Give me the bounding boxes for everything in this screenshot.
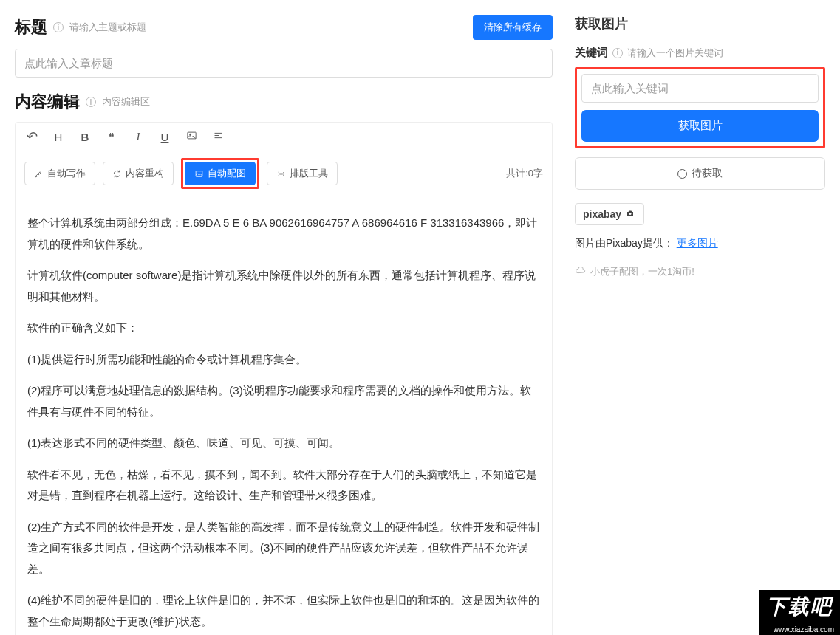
- action-toolbar: 自动写作 内容重构 自动配图 排版工具 共计:0字: [16, 151, 552, 199]
- auto-write-button[interactable]: 自动写作: [24, 162, 95, 185]
- keyword-label-text: 关键词: [575, 46, 608, 60]
- get-image-title: 获取图片: [575, 15, 825, 32]
- pending-button[interactable]: 待获取: [575, 157, 825, 190]
- bold-icon[interactable]: B: [78, 131, 92, 143]
- keyword-hint: 请输入一个图片关键词: [627, 47, 723, 60]
- content-paragraph: 计算机软件(computer software)是指计算机系统中除硬件以外的所有…: [27, 265, 540, 307]
- align-icon[interactable]: [211, 130, 225, 143]
- watermark-url: www.xiazaiba.com: [759, 624, 840, 635]
- get-image-button[interactable]: 获取图片: [581, 110, 819, 142]
- title-label: 标题: [15, 16, 47, 38]
- quote-icon[interactable]: ❝: [104, 131, 119, 143]
- content-paragraph: 整个计算机系统由两部分组成：E.69DA 5 E 6 BA 9062616964…: [27, 213, 540, 255]
- pixabay-badge: pixabay: [575, 203, 644, 225]
- circle-icon: [677, 169, 687, 179]
- keyword-highlight-box: 获取图片: [575, 67, 825, 148]
- info-icon: i: [612, 48, 623, 58]
- underline-icon[interactable]: U: [157, 131, 172, 143]
- watermark: 下载吧 www.xiazaiba.com: [759, 590, 840, 635]
- content-label: 内容编辑: [15, 91, 80, 113]
- content-paragraph: (2)程序可以满意地处理信息的数据结构。(3)说明程序功能要求和程序需要的文档的…: [27, 380, 540, 422]
- content-hint: 内容编辑区: [102, 95, 150, 109]
- content-paragraph: 软件看不见，无色，枯燥，看不见，摸不到，闻不到。软件大部分存在于人们的头脑或纸上…: [27, 464, 540, 507]
- keyword-input[interactable]: [581, 74, 819, 103]
- auto-image-highlight: 自动配图: [181, 158, 259, 189]
- content-area[interactable]: 整个计算机系统由两部分组成：E.69DA 5 E 6 BA 9062616964…: [16, 199, 552, 635]
- image-icon[interactable]: [184, 130, 199, 143]
- word-count: 共计:0字: [506, 167, 543, 180]
- keyword-header: 关键词 i 请输入一个图片关键词: [575, 46, 825, 60]
- clear-cache-button[interactable]: 清除所有缓存: [473, 15, 553, 40]
- cloud-icon: [575, 267, 587, 278]
- restructure-button[interactable]: 内容重构: [103, 162, 174, 185]
- right-panel: 获取图片 关键词 i 请输入一个图片关键词 获取图片 待获取 pixabay 图…: [567, 0, 840, 635]
- footer-note: 小虎子配图，一次1淘币!: [575, 265, 825, 278]
- watermark-logo: 下载吧: [759, 590, 840, 624]
- italic-icon[interactable]: I: [131, 131, 146, 143]
- auto-image-button[interactable]: 自动配图: [185, 162, 256, 185]
- svg-point-6: [280, 173, 281, 174]
- svg-point-7: [629, 213, 632, 215]
- article-title-input[interactable]: [15, 49, 553, 78]
- camera-icon: [624, 209, 636, 220]
- content-paragraph: (1)提供运行时所需功能和性能的命令或计算机程序集合。: [27, 349, 540, 371]
- image-source-text: 图片由Pixabay提供： 更多图片: [575, 237, 825, 250]
- format-toolbar: ↶ H B ❝ I U: [16, 123, 552, 151]
- content-paragraph: 软件的正确含义如下：: [27, 318, 540, 339]
- undo-icon[interactable]: ↶: [24, 128, 39, 145]
- title-hint: 请输入主题或标题: [69, 21, 146, 34]
- more-images-link[interactable]: 更多图片: [677, 237, 718, 249]
- info-icon: i: [53, 22, 64, 32]
- content-paragraph: (4)维护不同的硬件是旧的，理论上软件是旧的，并不坏，但实际上软件也是旧的和坏的…: [27, 590, 540, 632]
- editor-box: ↶ H B ❝ I U 自动写作 内: [15, 122, 553, 635]
- content-paragraph: (2)生产方式不同的软件是开发，是人类智能的高发挥，而不是传统意义上的硬件制造。…: [27, 517, 540, 580]
- title-header: 标题 i 请输入主题或标题 清除所有缓存: [15, 15, 553, 40]
- left-panel: 标题 i 请输入主题或标题 清除所有缓存 内容编辑 i 内容编辑区 ↶ H B …: [0, 0, 567, 635]
- layout-tool-button[interactable]: 排版工具: [267, 162, 338, 185]
- content-paragraph: (1)表达形式不同的硬件类型、颜色、味道、可见、可摸、可闻。: [27, 433, 540, 454]
- content-header: 内容编辑 i 内容编辑区: [15, 91, 553, 113]
- heading-icon[interactable]: H: [51, 131, 66, 143]
- info-icon: i: [86, 97, 96, 107]
